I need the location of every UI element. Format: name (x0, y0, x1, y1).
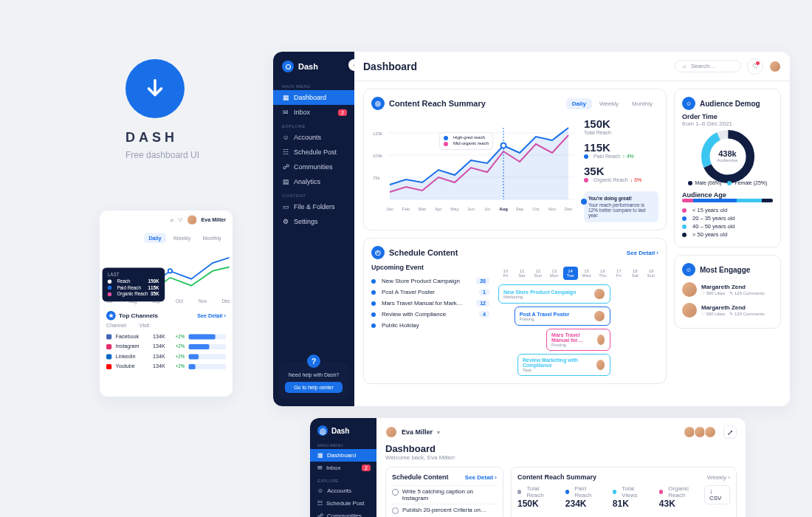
sidebar-item-label: Analytics (294, 178, 320, 185)
sidebar-item-schedule-post[interactable]: ☷Schedule Post (273, 145, 354, 160)
inbox-icon: ✉ (282, 109, 289, 116)
avatar (704, 426, 716, 438)
svg-text:Jan: Jan (386, 207, 393, 211)
schedule-mini-panel: Schedule ContentSee Detail › Write 5 cat… (385, 467, 503, 517)
calendar-day[interactable]: 12Sun (531, 267, 546, 280)
sidebar-item-schedule-post[interactable]: ☷Schedule Post (310, 497, 376, 510)
chevron-down-icon[interactable]: ▾ (437, 429, 440, 436)
svg-text:Mar: Mar (419, 207, 426, 211)
sidebar-item-settings[interactable]: ⚙Settings (273, 214, 354, 229)
sidebar: ◎Dash MAIN MENU ▦Dashboard ✉Inbox2 EXPLO… (310, 418, 376, 517)
gear-icon: ⚙ (282, 218, 289, 225)
tab-daily[interactable]: Daily (144, 233, 166, 244)
sidebar-item-dashboard[interactable]: ▦Dashboard (310, 449, 376, 462)
search-input[interactable]: ⌕Search… (675, 60, 741, 72)
avatar[interactable] (769, 61, 781, 72)
calendar-day[interactable]: 13Mon (547, 267, 562, 280)
see-detail-link[interactable]: See Detail › (197, 312, 226, 318)
expand-icon[interactable]: ⤢ (723, 425, 737, 439)
dashboard-window: Dash ‹ MAIN MENU ▦Dashboard ✉Inbox2 EXPL… (273, 52, 790, 406)
svg-point-0 (286, 64, 290, 69)
sidebar-item-communities[interactable]: ☍Communities (310, 510, 376, 517)
brand-headline: DASH (125, 130, 199, 145)
tab-weekly[interactable]: Weekly (169, 233, 196, 244)
calendar-day[interactable]: 16Thu (595, 267, 610, 280)
export-csv-button[interactable]: ↓ CSV (704, 485, 730, 504)
bell-icon[interactable]: ♡ (178, 217, 182, 223)
arrow-down-icon (142, 76, 168, 101)
avatar[interactable] (187, 214, 197, 225)
calendar-day[interactable]: 19Sun (644, 267, 658, 280)
event-row[interactable]: Post A Travel Poster1 (371, 287, 489, 298)
topbar: Dashboard ⌕Search… ♡ (354, 52, 790, 81)
sidebar-item-label: File & Folders (294, 203, 335, 210)
svg-point-9 (501, 143, 506, 148)
notification-button[interactable]: ♡ (747, 58, 763, 75)
schedule-item[interactable]: Write 5 catching caption on Instagram (392, 485, 497, 504)
panel-title: Schedule Content (389, 248, 458, 257)
gantt-card[interactable]: Mars Travel Manual for…Posting (546, 329, 610, 351)
sidebar-item-analytics[interactable]: ▤Analytics (273, 174, 354, 189)
sidebar-item-accounts[interactable]: ☺Accounts (310, 485, 376, 497)
sidebar-brand-label: Dash (331, 427, 349, 435)
sidebar-item-accounts[interactable]: ☺Accounts (273, 130, 354, 145)
help-button[interactable]: Go to help center (285, 382, 343, 393)
tab-daily[interactable]: Daily (566, 98, 592, 109)
channel-row[interactable]: Youtube134K+2% (106, 361, 226, 372)
event-row[interactable]: Public Holiday (371, 320, 489, 331)
calendar-day[interactable]: 14Tue (563, 267, 578, 280)
calendar-day[interactable]: 17Fri (611, 267, 626, 280)
most-engage-panel: ☺Most Engagge Margareth Zend♡ 500 Likes✎… (674, 255, 781, 329)
see-detail-link[interactable]: See Detail › (627, 250, 658, 256)
search-icon[interactable]: ⌕ (171, 217, 174, 223)
svg-text:100k: 100k (373, 154, 383, 158)
folder-icon: ▭ (282, 203, 289, 210)
gender-legend: Male (68%) Female (25%) (682, 180, 773, 185)
calendar-day[interactable]: 11Sat (515, 267, 529, 280)
schedule-item[interactable]: Publish 20-percent Criteria on… (392, 504, 497, 516)
community-icon: ☍ (317, 513, 323, 517)
panel-title: Audience Demog (700, 100, 760, 108)
stat-item: Paid Reach234K (565, 485, 602, 509)
channel-row[interactable]: Linkedin134K+2% (106, 352, 226, 362)
avatar[interactable] (385, 426, 397, 438)
users-icon: ☺ (682, 263, 695, 276)
member-row[interactable]: Margareth Zend♡ 500 Likes✎ 120 Comments (682, 279, 773, 300)
tab-weekly[interactable]: Weekly (593, 98, 625, 109)
see-detail-link[interactable]: See Detail › (465, 474, 497, 481)
clock-icon: ◴ (371, 246, 385, 259)
content-reach-panel: ◎Content Reach Summary Daily Weekly Mont… (363, 89, 667, 230)
order-time-label: Order Time (682, 113, 773, 120)
main-column: Dashboard ⌕Search… ♡ ◎Content Reach Summ… (354, 52, 790, 406)
svg-text:Nov: Nov (199, 298, 207, 304)
tab-weekly[interactable]: Weekly › (707, 474, 730, 481)
gantt-card[interactable]: Post A Travel PosterPosting (515, 307, 610, 326)
calendar-day[interactable]: 15Wed (579, 267, 594, 280)
stat-item: Total Reach150K (517, 485, 555, 509)
calendar-day[interactable]: 10Fri (498, 267, 513, 280)
event-row[interactable]: New Store Product Campaign20 (371, 275, 489, 287)
channel-row[interactable]: Facebook134K+2% (106, 332, 226, 342)
sidebar-item-communities[interactable]: ☍Communities (273, 160, 354, 174)
age-item: > 50 years old (682, 231, 773, 238)
svg-text:Sep: Sep (516, 207, 524, 211)
donut-center: 438kAudiences (717, 149, 737, 162)
tab-monthly[interactable]: Monthly (626, 98, 658, 109)
calendar-day[interactable]: 18Sat (627, 267, 642, 280)
sidebar-item-inbox[interactable]: ✉Inbox2 (273, 105, 354, 120)
sidebar-item-dashboard[interactable]: ▦Dashboard (273, 90, 354, 105)
event-row[interactable]: Mars Travel Manual for Mark…12 (371, 298, 489, 309)
gantt-card[interactable]: Review Marketing with ComplianceTask (517, 354, 610, 376)
sidebar-item-files[interactable]: ▭File & Folders (273, 199, 354, 214)
svg-text:125k: 125k (373, 131, 383, 136)
event-row[interactable]: Review with Compliance4 (371, 309, 489, 320)
channel-row[interactable]: Instagram134K+2% (106, 341, 226, 352)
age-item: 40 – 50 years old (682, 223, 773, 230)
calendar-icon: ☷ (282, 148, 289, 156)
gantt-card[interactable]: New Store Product CampaignMarketing (498, 284, 610, 304)
sidebar-item-inbox[interactable]: ✉Inbox2 (310, 462, 376, 474)
svg-text:Oct: Oct (176, 298, 183, 304)
svg-text:Feb: Feb (402, 207, 410, 211)
member-row[interactable]: Margareth Zend♡ 500 Likes✎ 120 Comments (682, 300, 773, 321)
tab-monthly[interactable]: Monthly (198, 233, 226, 244)
